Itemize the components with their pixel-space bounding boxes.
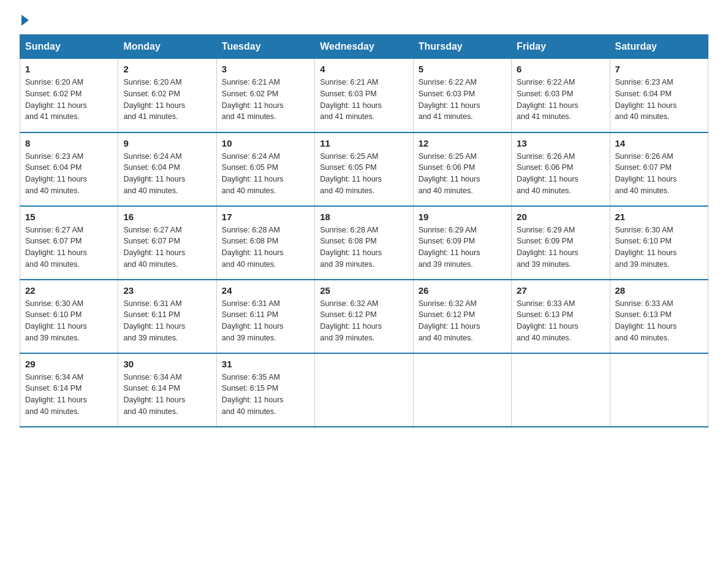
calendar-cell: 27Sunrise: 6:33 AMSunset: 6:13 PMDayligh… [512,280,610,353]
day-number: 26 [419,285,506,296]
calendar-week-row: 29Sunrise: 6:34 AMSunset: 6:14 PMDayligh… [20,353,708,427]
day-info: Sunrise: 6:23 AMSunset: 6:04 PMDaylight:… [25,151,113,197]
calendar-cell [610,353,708,427]
day-number: 9 [123,138,211,148]
logo [20,15,29,22]
day-info: Sunrise: 6:27 AMSunset: 6:07 PMDaylight:… [123,224,211,270]
day-number: 27 [517,285,604,296]
day-number: 18 [320,212,408,222]
calendar-cell: 8Sunrise: 6:23 AMSunset: 6:04 PMDaylight… [20,132,118,206]
day-info: Sunrise: 6:31 AMSunset: 6:11 PMDaylight:… [123,298,211,344]
calendar-week-row: 22Sunrise: 6:30 AMSunset: 6:10 PMDayligh… [20,280,708,353]
day-info: Sunrise: 6:26 AMSunset: 6:07 PMDaylight:… [615,151,703,197]
day-number: 30 [123,359,211,369]
day-info: Sunrise: 6:30 AMSunset: 6:10 PMDaylight:… [25,298,113,344]
day-number: 23 [123,285,211,296]
day-info: Sunrise: 6:23 AMSunset: 6:04 PMDaylight:… [615,77,703,123]
day-number: 11 [320,138,408,148]
calendar-cell [512,353,610,427]
calendar-cell: 12Sunrise: 6:25 AMSunset: 6:06 PMDayligh… [413,132,511,206]
day-number: 7 [615,64,703,74]
day-number: 25 [320,285,408,296]
calendar-cell: 17Sunrise: 6:28 AMSunset: 6:08 PMDayligh… [216,206,314,280]
day-info: Sunrise: 6:21 AMSunset: 6:02 PMDaylight:… [222,77,309,123]
calendar-cell: 14Sunrise: 6:26 AMSunset: 6:07 PMDayligh… [610,132,708,206]
day-number: 31 [222,359,309,369]
calendar-cell: 5Sunrise: 6:22 AMSunset: 6:03 PMDaylight… [413,59,511,132]
calendar-cell: 9Sunrise: 6:24 AMSunset: 6:04 PMDaylight… [118,132,216,206]
day-number: 4 [320,64,408,74]
day-number: 2 [123,64,211,74]
calendar-cell [315,353,413,427]
day-number: 12 [419,138,506,148]
day-info: Sunrise: 6:21 AMSunset: 6:03 PMDaylight:… [320,77,408,123]
calendar-cell: 24Sunrise: 6:31 AMSunset: 6:11 PMDayligh… [216,280,314,353]
day-number: 21 [615,212,703,222]
day-number: 13 [517,138,604,148]
day-number: 20 [517,212,604,222]
calendar-cell: 7Sunrise: 6:23 AMSunset: 6:04 PMDaylight… [610,59,708,132]
calendar-week-row: 8Sunrise: 6:23 AMSunset: 6:04 PMDaylight… [20,132,708,206]
calendar-cell: 28Sunrise: 6:33 AMSunset: 6:13 PMDayligh… [610,280,708,353]
day-info: Sunrise: 6:31 AMSunset: 6:11 PMDaylight:… [222,298,309,344]
calendar-header-row: SundayMondayTuesdayWednesdayThursdayFrid… [20,35,708,59]
day-number: 19 [419,212,506,222]
calendar-cell [413,353,511,427]
calendar-cell: 6Sunrise: 6:22 AMSunset: 6:03 PMDaylight… [512,59,610,132]
day-number: 28 [615,285,703,296]
day-info: Sunrise: 6:27 AMSunset: 6:07 PMDaylight:… [25,224,113,270]
day-info: Sunrise: 6:29 AMSunset: 6:09 PMDaylight:… [419,224,506,270]
calendar-cell: 31Sunrise: 6:35 AMSunset: 6:15 PMDayligh… [216,353,314,427]
day-info: Sunrise: 6:32 AMSunset: 6:12 PMDaylight:… [419,298,506,344]
calendar-cell: 15Sunrise: 6:27 AMSunset: 6:07 PMDayligh… [20,206,118,280]
day-info: Sunrise: 6:20 AMSunset: 6:02 PMDaylight:… [123,77,211,123]
day-info: Sunrise: 6:25 AMSunset: 6:05 PMDaylight:… [320,151,408,197]
calendar-cell: 19Sunrise: 6:29 AMSunset: 6:09 PMDayligh… [413,206,511,280]
calendar-cell: 10Sunrise: 6:24 AMSunset: 6:05 PMDayligh… [216,132,314,206]
calendar-cell: 29Sunrise: 6:34 AMSunset: 6:14 PMDayligh… [20,353,118,427]
calendar-cell: 22Sunrise: 6:30 AMSunset: 6:10 PMDayligh… [20,280,118,353]
calendar-week-row: 1Sunrise: 6:20 AMSunset: 6:02 PMDaylight… [20,59,708,132]
day-info: Sunrise: 6:35 AMSunset: 6:15 PMDaylight:… [222,372,309,418]
page-header [20,15,708,22]
day-number: 5 [419,64,506,74]
day-number: 15 [25,212,113,222]
calendar-cell: 18Sunrise: 6:28 AMSunset: 6:08 PMDayligh… [315,206,413,280]
day-info: Sunrise: 6:22 AMSunset: 6:03 PMDaylight:… [419,77,506,123]
col-header-wednesday: Wednesday [315,35,413,59]
day-number: 24 [222,285,309,296]
day-info: Sunrise: 6:24 AMSunset: 6:04 PMDaylight:… [123,151,211,197]
day-number: 17 [222,212,309,222]
calendar-cell: 13Sunrise: 6:26 AMSunset: 6:06 PMDayligh… [512,132,610,206]
calendar-cell: 2Sunrise: 6:20 AMSunset: 6:02 PMDaylight… [118,59,216,132]
col-header-tuesday: Tuesday [216,35,314,59]
day-info: Sunrise: 6:28 AMSunset: 6:08 PMDaylight:… [222,224,309,270]
day-info: Sunrise: 6:29 AMSunset: 6:09 PMDaylight:… [517,224,604,270]
day-info: Sunrise: 6:32 AMSunset: 6:12 PMDaylight:… [320,298,408,344]
day-number: 14 [615,138,703,148]
calendar-cell: 30Sunrise: 6:34 AMSunset: 6:14 PMDayligh… [118,353,216,427]
day-info: Sunrise: 6:30 AMSunset: 6:10 PMDaylight:… [615,224,703,270]
day-number: 1 [25,64,113,74]
day-info: Sunrise: 6:24 AMSunset: 6:05 PMDaylight:… [222,151,309,197]
calendar-cell: 16Sunrise: 6:27 AMSunset: 6:07 PMDayligh… [118,206,216,280]
day-info: Sunrise: 6:22 AMSunset: 6:03 PMDaylight:… [517,77,604,123]
day-number: 10 [222,138,309,148]
calendar-cell: 4Sunrise: 6:21 AMSunset: 6:03 PMDaylight… [315,59,413,132]
calendar-cell: 1Sunrise: 6:20 AMSunset: 6:02 PMDaylight… [20,59,118,132]
day-info: Sunrise: 6:34 AMSunset: 6:14 PMDaylight:… [25,372,113,418]
day-number: 3 [222,64,309,74]
day-info: Sunrise: 6:25 AMSunset: 6:06 PMDaylight:… [419,151,506,197]
day-info: Sunrise: 6:26 AMSunset: 6:06 PMDaylight:… [517,151,604,197]
col-header-saturday: Saturday [610,35,708,59]
col-header-monday: Monday [118,35,216,59]
day-info: Sunrise: 6:20 AMSunset: 6:02 PMDaylight:… [25,77,113,123]
calendar-cell: 11Sunrise: 6:25 AMSunset: 6:05 PMDayligh… [315,132,413,206]
calendar-table: SundayMondayTuesdayWednesdayThursdayFrid… [20,34,708,427]
day-info: Sunrise: 6:33 AMSunset: 6:13 PMDaylight:… [615,298,703,344]
calendar-cell: 25Sunrise: 6:32 AMSunset: 6:12 PMDayligh… [315,280,413,353]
calendar-cell: 23Sunrise: 6:31 AMSunset: 6:11 PMDayligh… [118,280,216,353]
day-number: 16 [123,212,211,222]
day-number: 29 [25,359,113,369]
day-info: Sunrise: 6:34 AMSunset: 6:14 PMDaylight:… [123,372,211,418]
